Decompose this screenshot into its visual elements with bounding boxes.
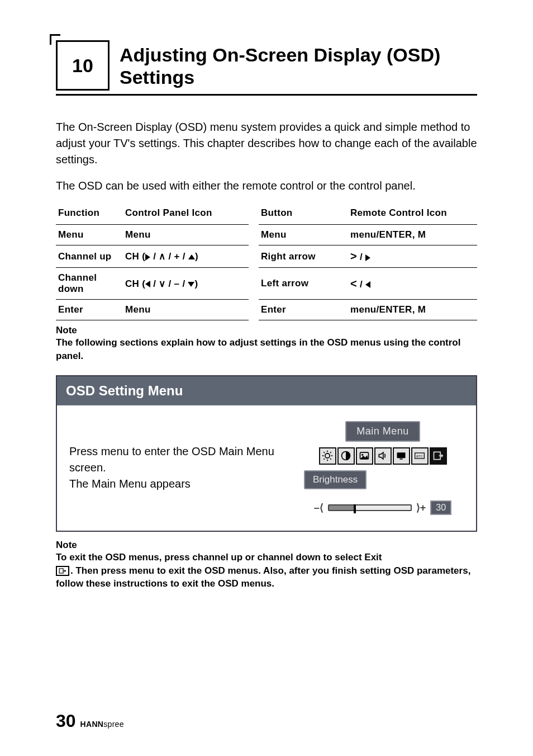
cell-function: Channel down — [56, 268, 123, 300]
brightness-icon — [319, 447, 336, 465]
col-gap — [249, 268, 259, 300]
note-label: Note — [56, 325, 477, 336]
note-body: The following sections explain how to ad… — [56, 336, 477, 363]
text-line: The Main Menu appears — [69, 478, 191, 490]
cell-function: Menu — [56, 225, 123, 245]
th-function: Function — [56, 204, 123, 225]
brand-rest: spree — [103, 720, 124, 729]
text: / — [357, 252, 365, 262]
cell-button: Left arrow — [259, 268, 348, 300]
page-footer: 30 HANNspree — [56, 711, 124, 731]
etc-icon: ETC — [411, 447, 429, 465]
text: CH ( — [125, 251, 145, 262]
svg-line-5 — [323, 452, 325, 453]
exit-icon — [56, 566, 69, 576]
svg-line-7 — [323, 459, 325, 460]
section-panel-text: Press menu to enter the OSD Main Menu sc… — [69, 443, 279, 492]
page-number: 30 — [56, 711, 76, 731]
col-gap — [249, 225, 259, 245]
section-panel-body: Press menu to enter the OSD Main Menu sc… — [57, 405, 476, 531]
svg-point-11 — [361, 454, 363, 456]
text: CH ( — [125, 278, 145, 289]
text: / — [357, 279, 365, 290]
triangle-right-icon — [145, 254, 150, 261]
triangle-left-icon — [365, 281, 370, 288]
note-line: . Then press menu to exit the OSD menus.… — [56, 565, 470, 589]
audio-icon — [374, 447, 392, 465]
note-body: To exit the OSD menus, press channel up … — [56, 551, 477, 590]
text: / – / — [166, 278, 188, 289]
col-gap — [249, 204, 259, 225]
cell-remote-icon: < / — [348, 268, 477, 300]
greater-than-icon: > — [350, 250, 357, 262]
svg-point-0 — [325, 453, 330, 458]
col-gap — [249, 245, 259, 268]
chapter-title: Adjusting On-Screen Display (OSD) Settin… — [120, 40, 477, 94]
cell-button: Menu — [259, 225, 348, 245]
minus-icon: –⟨ — [314, 502, 323, 514]
text-line: Press menu to enter the OSD Main Menu sc… — [69, 445, 274, 474]
triangle-down-icon — [188, 282, 194, 287]
triangle-right-icon — [365, 254, 370, 261]
section-panel-header: OSD Setting Menu — [57, 376, 476, 405]
table-row: Channel down CH ( / ∨ / – / ) Left arrow… — [56, 268, 477, 300]
svg-line-6 — [330, 459, 331, 460]
cell-remote-icon: menu/ENTER, M — [348, 300, 477, 320]
osd-slider: –⟨ ⟩+ 30 — [314, 500, 451, 515]
svg-text:ETC: ETC — [416, 455, 423, 458]
cell-panel-icon: Menu — [123, 225, 249, 245]
triangle-up-icon — [188, 254, 195, 259]
intro-paragraph-2: The OSD can be used with either the remo… — [56, 178, 477, 194]
osd-figure: Main Menu ETC — [302, 421, 464, 515]
triangle-left-icon — [145, 281, 150, 287]
cell-function: Channel up — [56, 245, 123, 268]
note-label: Note — [56, 540, 477, 551]
table-row: Enter Menu Enter menu/ENTER, M — [56, 300, 477, 320]
cell-button: Enter — [259, 300, 348, 320]
cell-remote-icon: > / — [348, 245, 477, 268]
text: ) — [195, 251, 198, 262]
osd-title: Main Menu — [345, 421, 420, 442]
text: / — [150, 251, 159, 262]
slider-fill — [329, 505, 354, 510]
section-panel: OSD Setting Menu Press menu to enter the… — [56, 375, 477, 532]
reference-table: Function Control Panel Icon Button Remot… — [56, 204, 477, 320]
svg-rect-12 — [397, 452, 406, 458]
cell-panel-icon: Menu — [123, 300, 249, 320]
col-gap — [249, 300, 259, 320]
osd-selected-label: Brightness — [304, 470, 367, 489]
note-line: To exit the OSD menus, press channel up … — [56, 552, 382, 563]
chapter-header: 10 Adjusting On-Screen Display (OSD) Set… — [56, 40, 477, 96]
color-icon — [356, 447, 373, 465]
slider-value: 30 — [430, 500, 451, 515]
table-row: Menu Menu Menu menu/ENTER, M — [56, 225, 477, 245]
text: ) — [194, 278, 198, 289]
slider-thumb — [354, 504, 356, 513]
svg-rect-13 — [400, 459, 403, 460]
th-button: Button — [259, 204, 348, 225]
intro-paragraph-1: The On-Screen Display (OSD) menu system … — [56, 119, 477, 168]
chapter-number: 10 — [72, 55, 93, 77]
caret-up-icon: ∧ — [159, 251, 165, 262]
cell-panel-icon: CH ( / ∨ / – / ) — [123, 268, 249, 300]
cell-function: Enter — [56, 300, 123, 320]
display-icon — [393, 447, 410, 465]
table-row: Channel up CH ( / ∧ / + / ) Right arrow … — [56, 245, 477, 268]
plus-icon: ⟩+ — [416, 502, 426, 514]
table-header-row: Function Control Panel Icon Button Remot… — [56, 204, 477, 225]
caret-down-icon: ∨ — [159, 278, 165, 289]
osd-icon-row: ETC — [319, 447, 447, 465]
th-panel-icon: Control Panel Icon — [123, 204, 249, 225]
contrast-icon — [337, 447, 355, 465]
cell-button: Right arrow — [259, 245, 348, 268]
svg-line-8 — [330, 452, 331, 453]
slider-track — [328, 504, 412, 511]
brand-label: HANNspree — [80, 720, 124, 729]
chapter-number-box: 10 — [56, 40, 110, 91]
brand-bold: HANN — [80, 720, 104, 729]
text: / — [150, 278, 159, 289]
th-remote-icon: Remote Control Icon — [348, 204, 477, 225]
exit-icon — [430, 447, 447, 465]
text: / + / — [166, 251, 188, 262]
cell-remote-icon: menu/ENTER, M — [348, 225, 477, 245]
